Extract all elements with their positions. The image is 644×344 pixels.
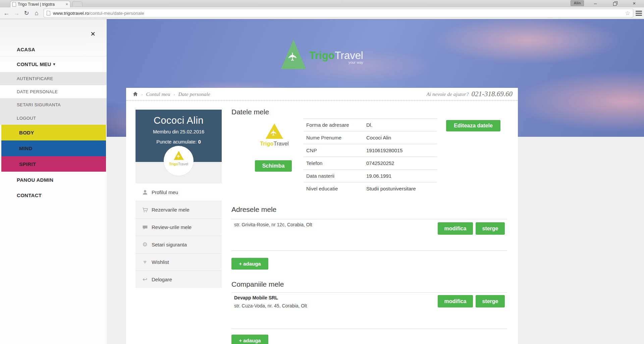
- sidebar-item-panou-admin[interactable]: PANOU ADMIN: [0, 172, 107, 188]
- sidebar-item-contact[interactable]: CONTACT: [0, 188, 107, 203]
- breadcrumb-separator: ›: [141, 92, 143, 97]
- comment-icon: [141, 224, 149, 231]
- close-window-button[interactable]: ×: [625, 0, 644, 7]
- account-menu-review-urile-mele[interactable]: Review-urile mele: [136, 218, 222, 236]
- add-company-button[interactable]: + adauga: [231, 335, 268, 344]
- table-row: Data nasterii 19.06.1991: [304, 169, 437, 182]
- tab-close-icon[interactable]: ×: [65, 2, 68, 6]
- logo-wordmark: TrigoTravel your way: [309, 50, 363, 64]
- table-row: Nume Prenume Cococi Alin: [304, 131, 437, 144]
- bookmark-star-icon[interactable]: ☆: [625, 10, 630, 17]
- restore-button[interactable]: [605, 0, 625, 7]
- minimize-button[interactable]: –: [586, 0, 605, 7]
- user-icon: [141, 189, 149, 195]
- field-value: Dl.: [366, 122, 372, 128]
- sidebar-item-label: SETARI SIGURANTA: [17, 102, 61, 107]
- new-tab-button[interactable]: [72, 1, 83, 6]
- plane-icon: ✈: [270, 129, 278, 136]
- divider: [231, 219, 507, 219]
- field-label: Telefon: [304, 160, 366, 166]
- help-phone: 021-318.69.60: [472, 90, 513, 98]
- logo-triangle: ✈: [281, 40, 306, 69]
- account-menu-label: Delogare: [152, 277, 172, 282]
- profile-picture-wordmark: TrigoTravel: [259, 140, 289, 147]
- breadcrumb: › Contul meu › Date personale Ai nevoie …: [126, 88, 518, 101]
- sidebar-item-acasa[interactable]: ACASA: [0, 43, 107, 56]
- profile-picture-triangle: ✈: [266, 123, 283, 139]
- sidebar-item-body[interactable]: BODY: [1, 125, 106, 140]
- breadcrumb-home-icon[interactable]: [133, 92, 138, 97]
- avatar-logo-triangle: ✈: [174, 151, 184, 160]
- field-value: 19.06.1991: [366, 173, 391, 179]
- account-menu-profilul-meu[interactable]: Profilul meu: [136, 183, 222, 201]
- browser-profile-badge[interactable]: Alin: [571, 0, 584, 6]
- sidebar-close-icon[interactable]: ×: [91, 29, 95, 39]
- sidebar: × ACASA CONTUL MEU ▾ AUTENTIFICARE DATE …: [0, 19, 107, 344]
- sidebar-item-spirit[interactable]: SPIRIT: [1, 156, 106, 172]
- breadcrumb-contul-meu[interactable]: Contul meu: [146, 91, 170, 97]
- browser-menu-icon[interactable]: [636, 10, 643, 17]
- table-row: Nivel educatie Studii postuniversitare: [304, 182, 437, 195]
- table-row: Telefon 0742520252: [304, 157, 437, 169]
- logout-icon: ↩: [141, 276, 149, 283]
- company-address: str. Cuza-Voda, nr. 45, Corabia, Olt: [234, 303, 307, 308]
- delete-company-button[interactable]: sterge: [476, 295, 505, 307]
- sidebar-item-label: CONTUL MEU: [17, 61, 51, 67]
- plane-icon: ✈: [287, 52, 298, 62]
- browser-tab[interactable]: Trigo Travel | trigotra ×: [10, 1, 70, 7]
- back-icon[interactable]: ←: [1, 10, 11, 17]
- change-picture-button[interactable]: Schimba: [255, 160, 292, 172]
- url-text: www.trigotravel.ro/contul-meu/date-perso…: [53, 11, 144, 16]
- sidebar-item-mind[interactable]: MIND: [1, 140, 106, 156]
- field-value: Cococi Alin: [366, 135, 391, 140]
- forward-icon[interactable]: →: [11, 10, 21, 17]
- gear-icon: ⚙: [141, 241, 149, 248]
- home-icon[interactable]: ⌂: [32, 10, 42, 17]
- account-menu-rezervarile-mele[interactable]: Rezervarile mele: [136, 201, 222, 218]
- avatar-logo-travel: Travel: [178, 162, 188, 166]
- profile-points: Puncte acumulate: 0: [136, 139, 222, 145]
- sidebar-item-label: ACASA: [17, 47, 35, 52]
- account-menu-delogare[interactable]: ↩ Delogare: [136, 271, 222, 288]
- divider: [231, 329, 507, 329]
- url-bar[interactable]: www.trigotravel.ro/contul-meu/date-perso…: [44, 9, 633, 17]
- sidebar-item-label: SPIRIT: [19, 161, 36, 167]
- sidebar-item-setari-siguranta[interactable]: SETARI SIGURANTA: [0, 98, 107, 111]
- table-row: Forma de adresare Dl.: [304, 118, 437, 131]
- modify-company-button[interactable]: modifica: [438, 295, 473, 307]
- profile-picture: ✈ TrigoTravel: [259, 123, 289, 147]
- browser-chrome: Trigo Travel | trigotra × Alin – × ← → ↻…: [0, 0, 644, 19]
- picture-logo-trigo: Trigo: [260, 140, 273, 147]
- logo-text-travel: Travel: [335, 50, 363, 61]
- account-menu: Profilul meu Rezervarile mele Review-uri…: [136, 183, 222, 288]
- tab-bar: Trigo Travel | trigotra × Alin – ×: [0, 0, 644, 7]
- cart-icon: [141, 207, 149, 213]
- window-controls: – ×: [586, 0, 644, 7]
- refresh-icon[interactable]: ↻: [21, 9, 32, 17]
- sidebar-item-autentificare[interactable]: AUTENTIFICARE: [0, 72, 107, 85]
- points-label: Puncte acumulate:: [156, 139, 197, 145]
- account-menu-setari-siguranta[interactable]: ⚙ Setari siguranta: [136, 236, 222, 253]
- section-title-companiile-mele: Companiile mele: [231, 280, 284, 288]
- sidebar-item-logout[interactable]: LOGOUT: [0, 111, 107, 125]
- heart-icon: ♥: [141, 259, 149, 266]
- profile-member-since: Membru din 25.02.2016: [136, 129, 222, 134]
- sidebar-item-label: BODY: [19, 130, 34, 135]
- account-menu-label: Rezervarile mele: [152, 207, 190, 213]
- edit-data-button[interactable]: Editeaza datele: [446, 120, 500, 131]
- restore-icon: [613, 2, 616, 6]
- profile-name: Cococi Alin: [136, 110, 222, 126]
- field-value: Studii postuniversitare: [366, 186, 416, 191]
- sidebar-item-date-personale[interactable]: DATE PERSONALE: [0, 85, 107, 98]
- add-address-button[interactable]: + adauga: [231, 258, 268, 270]
- sidebar-item-contul-meu[interactable]: CONTUL MEU ▾: [0, 56, 107, 72]
- divider: [231, 250, 507, 251]
- caret-down-icon: ▾: [53, 62, 55, 66]
- delete-address-button[interactable]: sterge: [476, 222, 505, 235]
- picture-logo-travel: Travel: [274, 140, 289, 147]
- site-logo[interactable]: ✈ TrigoTravel your way: [281, 40, 363, 69]
- field-label: CNP: [304, 148, 366, 153]
- modify-address-button[interactable]: modifica: [438, 222, 473, 235]
- account-menu-wishlist[interactable]: ♥ Wishlist: [136, 253, 222, 271]
- points-value: 0: [198, 139, 201, 145]
